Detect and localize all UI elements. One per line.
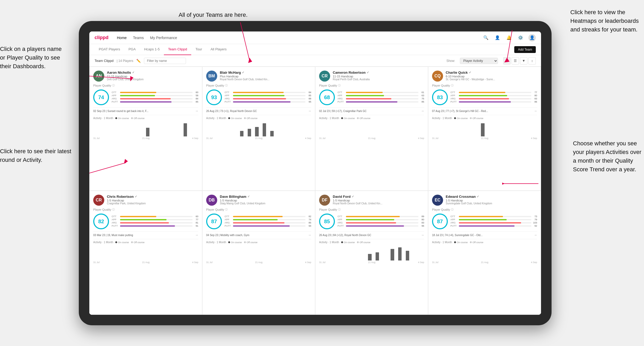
list-view-btn[interactable]: ☰ <box>512 57 519 65</box>
quality-score[interactable]: 93 <box>206 89 222 105</box>
player-card-charlie-quick[interactable]: CQ Charlie Quick ✓ 6-10 Handicap St. Geo… <box>428 67 541 191</box>
nav-home[interactable]: Home <box>117 35 127 41</box>
activity-header[interactable]: Activity · 1 Month On course Off course <box>432 241 537 244</box>
quality-score[interactable]: 82 <box>93 214 109 229</box>
on-course-label: On course <box>231 241 242 244</box>
quality-score[interactable]: 68 <box>319 89 335 105</box>
player-club: Slaig Maing Golf Club, United Kingdom <box>220 202 311 205</box>
latest-round[interactable]: 07 Aug 23 | 77 (+7), St George's Hill GC… <box>432 107 537 113</box>
quality-section[interactable]: 87 OTT 73 APP 79 ARG <box>432 214 537 229</box>
player-card-edward-crossman[interactable]: EC Edward Crossman ✓ 1-5 Handicap Sunnin… <box>428 191 541 315</box>
quality-score[interactable]: 87 <box>432 214 448 229</box>
search-icon[interactable]: 🔍 <box>482 34 490 41</box>
activity-header[interactable]: Activity · 1 Month On course Off course <box>93 241 198 244</box>
activity-header[interactable]: Activity · 1 Month On course Off course <box>206 117 311 120</box>
bell-icon[interactable]: 🔔 <box>505 34 513 41</box>
activity-header[interactable]: Activity · 1 Month On course Off course <box>93 117 198 120</box>
player-avatar[interactable]: BM <box>206 71 217 82</box>
quality-info-icon[interactable]: ⓘ <box>338 208 341 211</box>
quality-section[interactable]: 68 OTT 61 APP 63 ARG <box>319 89 424 105</box>
quality-info-icon[interactable]: ⓘ <box>451 84 454 87</box>
quality-score[interactable]: 74 <box>93 89 109 105</box>
quality-label: Player Quality ⓘ <box>93 208 198 211</box>
player-card-chris-robertson[interactable]: CR Chris Robertson ✓ 1-5 Handicap Craigm… <box>89 191 202 315</box>
activity-header[interactable]: Activity · 1 Month On course Off course <box>432 117 537 120</box>
player-avatar[interactable]: CR <box>319 71 330 82</box>
putt-bar-row: PUTT 92 <box>450 225 537 227</box>
nav-logo[interactable]: clippd <box>95 35 108 40</box>
person-icon[interactable]: 👤 <box>494 34 501 41</box>
quality-section[interactable]: 82 OTT 60 APP 77 ARG <box>93 214 198 229</box>
edit-icon[interactable]: ✏️ <box>136 59 141 63</box>
show-select[interactable]: Player Activity Quality Score Trend <box>460 58 498 64</box>
quality-section[interactable]: 87 OTT 82 APP 74 ARG <box>206 214 311 229</box>
quality-section[interactable]: 74 OTT 60 APP 58 ARG <box>93 89 198 105</box>
sort-btn[interactable]: ↕ <box>528 57 536 65</box>
tab-hcaps[interactable]: Hcaps 1-5 <box>140 44 164 55</box>
latest-round[interactable]: 26 Aug 23 | 84 (+12), Royal North Devon … <box>319 231 424 237</box>
off-course-label: Off course <box>247 241 257 244</box>
grid-view-btn[interactable]: ⊞ <box>503 57 511 65</box>
nav-my-performance[interactable]: My Performance <box>150 35 177 41</box>
avatar-icon[interactable]: 👤 <box>528 34 536 41</box>
latest-round[interactable]: 03 Mar 23 | 19, Must make putting → <box>93 231 198 237</box>
activity-section: Activity · 1 Month On course Off course … <box>319 115 424 140</box>
player-avatar[interactable]: AN <box>93 71 104 82</box>
quality-info-icon[interactable]: ⓘ <box>225 84 228 87</box>
player-card-blair-mcharg[interactable]: BM Blair McHarg ✓ Plus Handicap Royal No… <box>202 67 315 191</box>
tab-pga[interactable]: PGA <box>124 44 140 55</box>
settings-icon[interactable]: ⚙️ <box>517 34 524 41</box>
on-course-label: On course <box>457 117 468 120</box>
activity-header[interactable]: Activity · 1 Month On course Off course <box>206 241 311 244</box>
tab-all-players[interactable]: All Players <box>206 44 231 55</box>
putt-bar <box>120 225 175 227</box>
quality-section[interactable]: 83 OTT 77 APP 80 ARG <box>432 89 537 105</box>
player-avatar[interactable]: EC <box>432 195 443 206</box>
tab-pgat-players[interactable]: PGAT Players <box>95 44 124 55</box>
activity-header[interactable]: Activity · 1 Month On course Off course <box>319 241 424 244</box>
player-name[interactable]: Aaron Nicholls ✓ <box>107 71 198 74</box>
round-text: 03 Mar 23 | 19, Must make putting <box>93 234 194 237</box>
nav-teams[interactable]: Teams <box>133 35 144 41</box>
latest-round[interactable]: 18 Jul 23 | 74 (+4), Sunningdale GC - Ol… <box>432 231 537 237</box>
player-name[interactable]: Charlie Quick ✓ <box>446 71 537 74</box>
player-name[interactable]: David Ford ✓ <box>333 195 424 199</box>
player-name[interactable]: Cameron Robertson ✓ <box>333 71 424 74</box>
quality-info-icon[interactable]: ⓘ <box>338 84 341 87</box>
activity-header[interactable]: Activity · 1 Month On course Off course <box>319 117 424 120</box>
quality-section[interactable]: 85 OTT 89 APP 80 ARG <box>319 214 424 229</box>
quality-section[interactable]: 93 OTT 84 APP 85 ARG <box>206 89 311 105</box>
player-name[interactable]: Dave Billingham ✓ <box>220 195 311 199</box>
player-avatar[interactable]: CR <box>93 195 104 206</box>
quality-score[interactable]: 85 <box>319 214 335 229</box>
player-card-aaron-nicholls[interactable]: AN Aaron Nicholls ✓ 11-15 Handicap Drift… <box>89 67 202 191</box>
quality-info-icon[interactable]: ⓘ <box>451 208 454 211</box>
quality-info-icon[interactable]: ⓘ <box>112 208 115 211</box>
player-name[interactable]: Chris Robertson ✓ <box>107 195 198 199</box>
latest-round[interactable]: 02 Jul 23 | 59 (+17), Craigmillar Park G… <box>319 107 424 113</box>
quality-info-icon[interactable]: ⓘ <box>112 84 115 87</box>
tab-tour[interactable]: Tour <box>191 44 206 55</box>
player-avatar[interactable]: CQ <box>432 71 443 82</box>
off-course-label: Off course <box>134 117 144 120</box>
latest-round[interactable]: 04 Sep 23 | Mobility with coach, Gym → <box>206 231 311 237</box>
quality-score[interactable]: 87 <box>206 214 222 229</box>
filter-btn[interactable]: ▼ <box>520 57 527 65</box>
quality-score[interactable]: 83 <box>432 89 448 105</box>
latest-round[interactable]: 02 Sep 23 | Sunset round to get back int… <box>93 107 198 113</box>
quality-info-icon[interactable]: ⓘ <box>225 208 228 211</box>
player-avatar[interactable]: DF <box>319 195 330 206</box>
filter-input[interactable] <box>144 58 186 64</box>
view-icons: ⊞ ☰ ▼ ↕ <box>503 57 536 65</box>
activity-chart <box>206 121 311 136</box>
player-card-dave-billingham[interactable]: DB Dave Billingham ✓ 1-5 Handicap Slaig … <box>202 191 315 315</box>
off-course-label: Off course <box>247 117 257 120</box>
latest-round[interactable]: 26 Aug 23 | 73 (+1), Royal North Devon G… <box>206 107 311 113</box>
tab-team-clippd[interactable]: Team Clippd <box>164 44 191 55</box>
player-card-cameron-robertson[interactable]: CR Cameron Robertson ✓ 11-15 Handicap Ro… <box>315 67 428 191</box>
player-name[interactable]: Blair McHarg ✓ <box>220 71 311 74</box>
player-card-david-ford[interactable]: DF David Ford ✓ 1-5 Handicap Royal North… <box>315 191 428 315</box>
player-name[interactable]: Edward Crossman ✓ <box>446 195 537 199</box>
player-avatar[interactable]: DB <box>206 195 217 206</box>
add-team-button[interactable]: Add Team <box>514 46 536 53</box>
